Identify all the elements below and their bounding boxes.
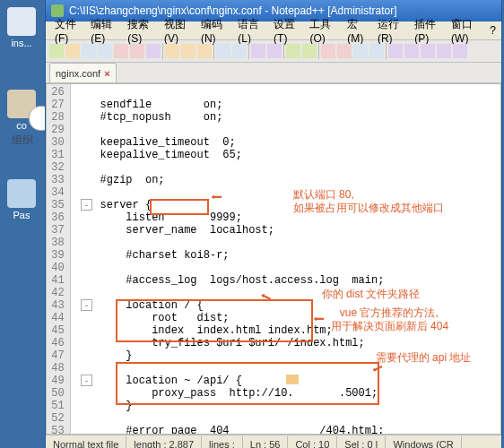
replace-icon[interactable] [267,44,282,58]
paste-icon[interactable] [197,44,212,58]
playrec-icon[interactable] [437,44,451,58]
menu-encoding[interactable]: 编码(N) [196,16,232,46]
code-line[interactable] [74,287,500,299]
status-length: length : 2,887 [126,436,202,448]
zoomin-icon[interactable] [286,44,300,58]
cut-icon[interactable] [165,44,179,58]
code-line[interactable] [74,237,500,249]
annotation-dist: 你的 dist 文件夹路径 [322,288,420,300]
code-line[interactable] [74,412,500,425]
code-line[interactable]: #error_page 404 /404.html; [74,425,500,435]
statusbar: Normal text file length : 2,887 lines : … [46,435,501,448]
code-line[interactable]: #access_log logs/host.access.log main; [74,274,500,287]
menubar: 文件(F) 编辑(E) 搜索(S) 视图(V) 编码(N) 语言(L) 设置(T… [46,22,501,40]
icon-label: ins... [0,38,43,48]
menu-language[interactable]: 语言(L) [232,16,268,46]
status-filetype: Normal text file [46,436,126,448]
play-icon[interactable] [404,44,419,58]
record-icon[interactable] [388,44,403,58]
menu-macro[interactable]: 宏(M) [342,16,372,46]
status-sel: Sel : 0 | [337,436,386,448]
fold-toggle-icon[interactable]: - [81,375,92,386]
code-line[interactable]: keepalive_timeout 0; [74,136,500,149]
save-icon[interactable] [82,44,96,58]
stop-icon[interactable] [421,44,435,58]
notepadpp-window: C:\IIS\zhangcheng\nginx\conf\nginx.conf … [45,0,502,448]
code-line[interactable]: #charset koi8-r; [74,249,500,262]
code-line[interactable] [74,262,500,274]
code-line[interactable]: sendfile on; [74,99,500,111]
desktop-icon[interactable]: Pas [0,179,43,220]
explorer-label: 组织 [12,133,33,148]
menu-run[interactable]: 运行(R) [372,16,409,46]
code-line[interactable] [74,186,500,199]
tab-close-icon[interactable]: × [104,68,109,79]
code-line[interactable]: #gzip on; [74,174,500,186]
menu-search[interactable]: 搜索(S) [122,16,159,46]
tab-label: nginx.conf [56,68,100,79]
annotation-api: 需要代理的 api 地址 [376,351,472,364]
zoomout-icon[interactable] [302,44,317,58]
menu-edit[interactable]: 编辑(E) [85,16,122,46]
highlight-listen-port [150,199,209,215]
highlight-location-root [116,299,313,342]
wrap-icon[interactable] [321,44,335,58]
tabbar: nginx.conf × [46,63,501,83]
undo-icon[interactable] [216,44,230,58]
allchars-icon[interactable] [337,44,352,58]
editor[interactable]: 2627282930313233343536373839404142434445… [46,83,501,435]
annotation-port-1: 默认端口 80, [293,188,354,201]
menu-view[interactable]: 视图(V) [159,16,196,46]
menu-window[interactable]: 窗口(W) [446,16,484,46]
status-os: Windows (CR [386,436,461,448]
new-icon[interactable] [49,44,64,58]
arrow-icon: ⬅ [370,364,385,376]
code-line[interactable] [74,124,500,136]
line-gutter: 2627282930313233343536373839404142434445… [47,84,71,434]
close-icon[interactable] [114,44,128,58]
status-ln: Ln : 56 [243,436,289,448]
find-icon[interactable] [251,44,265,58]
fold-toggle-icon[interactable]: - [81,199,92,211]
menu-file[interactable]: 文件(F) [49,16,85,46]
saveall-icon[interactable] [98,44,112,58]
arrow-icon: ⬅ [313,315,325,324]
open-icon[interactable] [65,44,80,58]
annotation-vue-1: vue 官方推荐的方法, [340,306,439,319]
closeall-icon[interactable] [130,44,144,58]
redaction [286,375,299,384]
annotation-vue-2: 用于解决页面刷新后 404 [331,320,448,332]
code-line[interactable]: #tcp_nopush on; [74,111,500,124]
indent-icon[interactable] [353,44,368,58]
toolbar [46,40,501,63]
redaction [273,375,285,384]
highlight-proxy [116,362,379,405]
status-lines: lines : [202,436,243,448]
copy-icon[interactable] [181,44,196,58]
arrow-icon: ⬅ [211,194,222,202]
menu-help[interactable]: ? [484,23,501,38]
menu-settings[interactable]: 设置(T) [268,16,304,46]
fold-toggle-icon[interactable]: - [81,299,92,311]
tab-nginx-conf[interactable]: nginx.conf × [49,63,117,82]
status-col: Col : 10 [288,436,337,448]
folder-icon[interactable] [369,44,384,58]
saverec-icon[interactable] [453,44,467,58]
menu-tools[interactable]: 工具(O) [304,16,342,46]
print-icon[interactable] [146,44,161,58]
code-line[interactable] [74,161,500,174]
desktop-icon[interactable]: ins... [0,7,43,48]
menu-plugins[interactable]: 插件(P) [409,16,446,46]
annotation-port-2: 如果被占用可以修改成其他端口 [293,202,444,214]
icon-label: Pas [0,210,43,220]
code-line[interactable]: keepalive_timeout 65; [74,149,500,161]
redo-icon[interactable] [232,44,247,58]
code-line[interactable]: server_name localhost; [74,224,500,237]
code-area[interactable]: sendfile on; #tcp_nopush on; keepalive_t… [71,84,500,434]
code-line[interactable] [74,86,500,99]
